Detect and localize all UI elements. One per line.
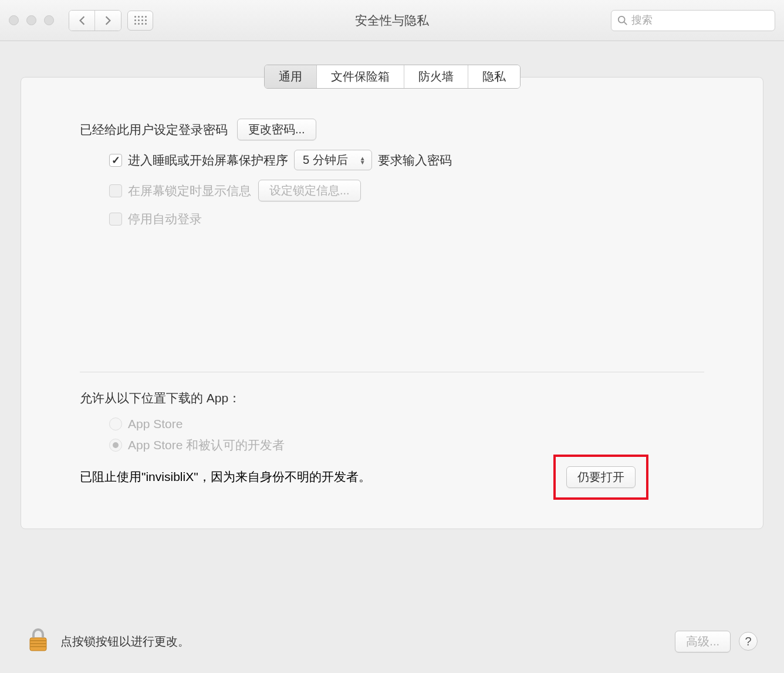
tab-general[interactable]: 通用: [265, 65, 317, 88]
allow-appstore-row: App Store: [80, 417, 704, 431]
svg-rect-5: [30, 646, 46, 647]
show-lock-message-row: 在屏幕锁定时显示信息 设定锁定信息...: [80, 180, 704, 201]
lock-text: 点按锁按钮以进行更改。: [60, 634, 190, 650]
password-set-row: 已经给此用户设定登录密码 更改密码...: [80, 119, 704, 140]
tab-privacy[interactable]: 隐私: [468, 65, 520, 88]
allow-appstore-radio[interactable]: [109, 418, 122, 430]
allow-identified-label: App Store 和被认可的开发者: [128, 437, 285, 453]
require-password-checkbox[interactable]: [109, 154, 122, 167]
require-password-suffix: 要求输入密码: [378, 152, 452, 169]
svg-rect-3: [30, 640, 46, 641]
set-lock-message-button: 设定锁定信息...: [258, 180, 361, 201]
select-stepper-icon: ▲▼: [360, 156, 366, 164]
lock-icon: [26, 627, 50, 653]
disable-auto-login-checkbox[interactable]: [109, 213, 122, 226]
require-password-row: 进入睡眠或开始屏幕保护程序 5 分钟后 ▲▼ 要求输入密码: [80, 150, 704, 170]
require-password-label: 进入睡眠或开始屏幕保护程序: [128, 152, 288, 169]
advanced-button[interactable]: 高级...: [675, 631, 731, 652]
allow-appstore-label: App Store: [128, 417, 183, 431]
search-box[interactable]: [611, 10, 775, 31]
disable-auto-login-row: 停用自动登录: [80, 211, 704, 227]
lock-button[interactable]: [26, 627, 50, 655]
svg-point-0: [619, 16, 625, 22]
show-all-button[interactable]: [127, 11, 153, 31]
chevron-left-icon: [78, 15, 86, 26]
search-input[interactable]: [631, 14, 769, 26]
back-button[interactable]: [69, 11, 95, 31]
minimize-button[interactable]: [26, 15, 36, 25]
forward-button[interactable]: [95, 11, 121, 31]
content-area: 通用 文件保险箱 防火墙 隐私 已经给此用户设定登录密码 更改密码... 进入睡…: [0, 41, 784, 529]
blocked-app-message: 已阻止使用"invisibliX"，因为来自身份不明的开发者。: [80, 469, 371, 485]
divider: [80, 372, 704, 372]
help-button[interactable]: ?: [739, 632, 758, 651]
grid-icon: [134, 16, 147, 25]
bottom-bar: 点按锁按钮以进行更改。 高级... ?: [26, 627, 758, 655]
allow-identified-row: App Store 和被认可的开发者: [80, 437, 704, 453]
highlight-box: 仍要打开: [553, 455, 648, 500]
show-lock-message-label: 在屏幕锁定时显示信息: [128, 183, 251, 199]
toolbar: 安全性与隐私: [0, 0, 784, 41]
svg-line-1: [624, 22, 627, 25]
show-lock-message-checkbox[interactable]: [109, 184, 122, 197]
require-password-delay-value: 5 分钟后: [303, 152, 348, 168]
svg-rect-4: [30, 643, 46, 644]
require-password-delay-select[interactable]: 5 分钟后 ▲▼: [294, 150, 372, 170]
change-password-button[interactable]: 更改密码...: [237, 119, 316, 140]
open-anyway-button[interactable]: 仍要打开: [566, 466, 636, 488]
allow-identified-radio[interactable]: [109, 439, 122, 452]
traffic-lights: [9, 15, 54, 25]
chevron-right-icon: [104, 15, 112, 26]
blocked-app-row: 已阻止使用"invisibliX"，因为来自身份不明的开发者。 仍要打开: [80, 469, 704, 485]
password-set-label: 已经给此用户设定登录密码: [80, 122, 228, 138]
general-panel: 已经给此用户设定登录密码 更改密码... 进入睡眠或开始屏幕保护程序 5 分钟后…: [21, 77, 763, 529]
tab-group: 通用 文件保险箱 防火墙 隐私: [264, 65, 521, 89]
close-button[interactable]: [9, 15, 19, 25]
search-icon: [617, 15, 628, 26]
zoom-button[interactable]: [44, 15, 54, 25]
tab-firewall[interactable]: 防火墙: [404, 65, 468, 88]
disable-auto-login-label: 停用自动登录: [128, 211, 202, 227]
nav-buttons: [69, 10, 121, 31]
allow-apps-header: 允许从以下位置下载的 App：: [80, 390, 704, 406]
tabs: 通用 文件保险箱 防火墙 隐私: [21, 65, 763, 89]
window-title: 安全性与隐私: [355, 12, 429, 29]
tab-filevault[interactable]: 文件保险箱: [317, 65, 404, 88]
